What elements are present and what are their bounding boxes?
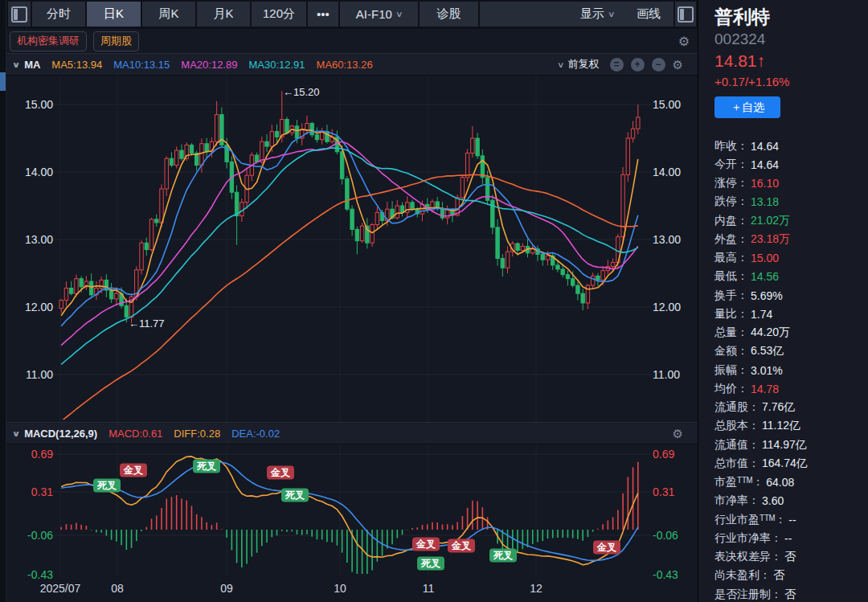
quote-row-amount: 金额：6.53亿 [714, 342, 864, 361]
quote-row-float-cap: 流通值：114.97亿 [714, 436, 864, 454]
candle-body [491, 200, 494, 227]
quote-row-industry-pe-ttm: 行业市盈ᵀᵀᴹ：-- [714, 510, 864, 529]
quote-row-float-shares: 流通股：7.76亿 [714, 399, 864, 417]
candle-body [149, 219, 153, 250]
adjust-mode-dropdown[interactable]: ∨ 前复权 [558, 57, 599, 72]
action-display[interactable]: 显示∨ [580, 6, 614, 22]
quote-label: 外盘： [714, 232, 748, 247]
quote-value: -- [784, 532, 792, 545]
quote-label: 量比： [714, 307, 748, 321]
quote-label: 表决权差异： [714, 550, 782, 564]
quote-label: 流通股： [714, 400, 760, 415]
macd-dea-line [61, 462, 638, 560]
quote-label: 总量： [714, 326, 748, 340]
tab-daily-k[interactable]: 日K [87, 2, 141, 27]
tab-ai-f10[interactable]: AI-F10∨ [340, 2, 418, 27]
collapse-right-panel-button[interactable] [675, 2, 696, 27]
quote-label: 最低： [714, 269, 748, 284]
quote-row-outer-volume: 外盘：23.18万 [714, 230, 864, 248]
candle-body [205, 144, 208, 152]
ma-value-label: MA60:13.26 [317, 59, 373, 71]
candlestick-chart-canvas[interactable] [6, 76, 698, 422]
quote-label: 跌停： [714, 195, 748, 209]
quote-label: 尚未盈利： [714, 568, 771, 583]
candle-body [631, 129, 634, 138]
candle-body [360, 226, 363, 240]
candle-body [445, 210, 448, 218]
zoom-in-button[interactable]: + [631, 58, 645, 72]
candle-body [109, 290, 113, 299]
candle-body [255, 155, 258, 162]
quote-value: 164.74亿 [762, 457, 808, 471]
quote-label: 昨收： [714, 139, 748, 154]
reset-zoom-button[interactable]: = [610, 58, 624, 72]
price-annotation: ←15.20 [283, 86, 320, 98]
tab-label: ••• [317, 7, 330, 21]
golden-cross-badge: 金叉 [412, 538, 440, 551]
candle-body [140, 243, 143, 270]
action-draw[interactable]: 画线 [637, 6, 661, 22]
ma-settings-gear-icon[interactable] [673, 59, 683, 71]
ma-title: MA [24, 59, 40, 71]
tag-chip-institution-survey[interactable]: 机构密集调研 [10, 31, 87, 51]
ma-values: MA5:13.94MA10:13.15MA20:12.89MA30:12.91M… [51, 59, 372, 71]
candle-body [310, 124, 313, 135]
quote-label: 振幅： [714, 363, 748, 378]
quote-value: 21.02万 [751, 214, 790, 228]
stock-name: 普利特 [714, 5, 770, 30]
date-axis-label: 09 [220, 582, 233, 595]
tab-minute[interactable]: 分时 [32, 2, 85, 27]
macd-chart-canvas[interactable] [6, 444, 698, 576]
golden-cross-badge: 金叉 [448, 539, 475, 553]
candle-body [270, 132, 273, 146]
quote-row-turnover-rate: 换手：5.69% [714, 286, 864, 305]
ma-value-label: MA20:12.89 [181, 59, 237, 71]
zoom-out-button[interactable]: − [652, 58, 665, 72]
tab-monthly-k[interactable]: 月K [197, 2, 250, 27]
quote-row-open: 今开：14.64 [714, 155, 864, 174]
tab-weekly-k[interactable]: 周K [142, 2, 195, 27]
tab-120min[interactable]: 120分 [252, 2, 306, 27]
quote-row-low: 最低：14.56 [714, 268, 864, 286]
macd-value-label: MACD:0.61 [108, 428, 162, 440]
quote-value: 16.10 [751, 177, 779, 190]
tag-chips: 机构密集调研周期股 [10, 31, 139, 51]
add-to-watchlist-button[interactable]: ＋自选 [714, 96, 780, 118]
tag-chip-cyclical-stock[interactable]: 周期股 [93, 31, 139, 51]
quote-row-industry-pb: 行业市净率：-- [714, 529, 864, 547]
tab-diagnose[interactable]: 诊股 [420, 2, 478, 27]
panel-toggle-icon [678, 6, 694, 23]
tab-label: 月K [213, 6, 233, 22]
tab-more[interactable]: ••• [308, 2, 338, 27]
golden-cross-badge: 金叉 [267, 466, 294, 480]
tags-settings-gear-icon[interactable] [678, 35, 690, 48]
collapse-left-panel-button[interactable] [8, 2, 31, 27]
candle-body [75, 279, 78, 293]
collapse-chevron-icon[interactable]: ∨ [12, 429, 21, 438]
quote-label: 均价： [714, 382, 748, 396]
quote-label: 总股本： [714, 419, 760, 433]
candle-body [516, 244, 519, 250]
date-axis-label: 08 [111, 582, 124, 595]
collapse-chevron-icon[interactable]: ∨ [12, 60, 21, 69]
candle-body [155, 219, 158, 223]
quote-row-volume-ratio: 量比：1.74 [714, 305, 864, 323]
ma-value-label: MA10:13.15 [113, 59, 170, 71]
candle-body [295, 126, 298, 138]
death-cross-badge: 死叉 [93, 479, 121, 493]
macd-settings-gear-icon[interactable] [673, 428, 683, 440]
quote-value: 13.18 [751, 195, 779, 208]
date-axis-label: 2025/07 [40, 582, 81, 595]
ma-value-label: MA5:13.94 [51, 59, 102, 71]
candle-body [69, 288, 72, 293]
quote-value: 3.60 [762, 494, 784, 507]
candle-body [285, 119, 289, 133]
quote-row-inner-volume: 内盘：21.02万 [714, 211, 864, 230]
candle-body [340, 152, 343, 179]
candle-body [180, 150, 183, 158]
quote-label: 金额： [714, 344, 748, 358]
candle-body [265, 141, 268, 146]
candle-body [461, 178, 464, 198]
action-label: 显示 [580, 6, 604, 22]
quote-value: 否 [773, 568, 784, 583]
